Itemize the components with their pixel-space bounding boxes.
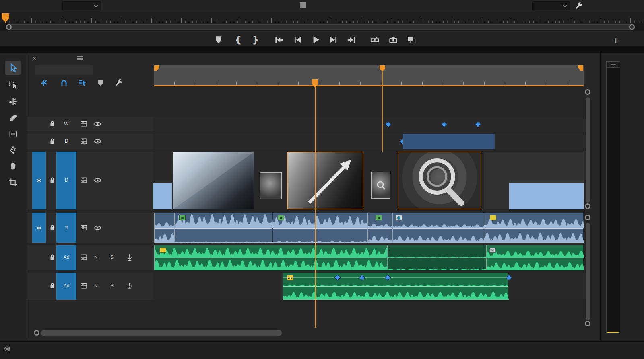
ruler-tick xyxy=(436,21,436,23)
ruler-tick xyxy=(619,21,620,23)
sync-status-icon[interactable] xyxy=(3,345,11,353)
ruler-tick xyxy=(211,18,212,23)
ruler-tick xyxy=(114,21,114,23)
ruler-tick xyxy=(234,21,234,23)
ruler-tick xyxy=(578,21,578,23)
ruler-tick xyxy=(31,18,32,23)
step-back-button[interactable] xyxy=(291,34,305,46)
ruler-tick xyxy=(185,21,186,23)
ruler-tick xyxy=(320,21,320,23)
mark-in-button[interactable]: { xyxy=(231,34,245,46)
ruler-tick xyxy=(541,18,541,23)
ruler-tick xyxy=(458,21,459,23)
ruler-tick xyxy=(488,21,489,23)
step-forward-button[interactable] xyxy=(326,34,340,46)
ruler-tick xyxy=(597,21,597,23)
ruler-tick xyxy=(174,21,174,23)
audio-meter-panel xyxy=(600,53,644,340)
ruler-tick xyxy=(309,21,309,23)
transport-controls: {} xyxy=(0,34,644,46)
timeline-tracks-area xyxy=(26,53,599,340)
ruler-tick xyxy=(522,21,522,23)
ruler-tick xyxy=(630,18,631,23)
ruler-tick xyxy=(380,21,380,23)
ruler-tick xyxy=(208,21,208,23)
ruler-tick xyxy=(279,21,279,23)
monitor-zoom-scrollbar[interactable] xyxy=(6,24,635,30)
ruler-tick xyxy=(410,21,410,23)
monitor-settings-wrench-icon[interactable] xyxy=(574,2,583,10)
ruler-tick xyxy=(376,21,376,23)
ruler-tick xyxy=(462,21,462,23)
monitor-playhead[interactable] xyxy=(2,13,10,23)
ruler-tick xyxy=(567,21,567,23)
ruler-tick xyxy=(324,21,324,23)
ruler-tick xyxy=(35,21,36,23)
hand-tool[interactable] xyxy=(5,159,21,173)
mark-out-glyph: } xyxy=(252,35,259,45)
ruler-tick xyxy=(473,21,474,23)
monitor-time-ruler[interactable] xyxy=(0,12,644,23)
ruler-tick xyxy=(223,21,223,23)
ruler-tick xyxy=(196,21,197,23)
ruler-tick xyxy=(545,21,545,23)
ruler-tick xyxy=(552,21,552,23)
ruler-tick xyxy=(361,18,361,23)
ruler-tick xyxy=(189,21,189,23)
export-frame-button[interactable] xyxy=(386,34,400,46)
ruler-tick xyxy=(95,21,96,23)
lift-button[interactable] xyxy=(368,34,382,46)
zoom-scrollbar-left-handle[interactable] xyxy=(6,24,12,30)
ruler-tick xyxy=(21,21,21,23)
ruler-tick xyxy=(133,21,133,23)
ruler-tick xyxy=(178,21,178,23)
selection-tool[interactable] xyxy=(5,61,21,75)
play-button[interactable] xyxy=(309,34,322,46)
ruler-tick xyxy=(215,21,215,23)
slip-tool[interactable] xyxy=(5,127,21,141)
ruler-tick xyxy=(440,21,440,23)
zoom-scrollbar-right-handle[interactable] xyxy=(629,24,635,30)
pen-tool[interactable] xyxy=(5,143,21,157)
track-select-tool[interactable] xyxy=(5,78,21,92)
ruler-tick xyxy=(533,21,534,23)
ruler-tick xyxy=(103,21,103,23)
ripple-edit-tool[interactable] xyxy=(5,94,21,109)
audio-level-meter[interactable] xyxy=(606,67,620,333)
ruler-tick xyxy=(163,21,163,23)
ruler-tick xyxy=(623,21,623,23)
button-editor-plus[interactable]: + xyxy=(609,35,623,47)
ruler-tick xyxy=(350,21,350,23)
ruler-tick xyxy=(151,18,152,23)
ruler-tick xyxy=(249,21,249,23)
ruler-tick xyxy=(110,21,111,23)
playback-resolution-dropdown[interactable] xyxy=(532,1,570,10)
ruler-tick xyxy=(256,21,256,23)
ruler-tick xyxy=(417,21,417,23)
ruler-tick xyxy=(477,21,477,23)
ruler-tick xyxy=(28,21,28,23)
ruler-tick xyxy=(563,21,564,23)
add-marker-button[interactable] xyxy=(212,34,225,46)
go-to-in-button[interactable] xyxy=(272,34,286,46)
type-tool[interactable] xyxy=(5,175,21,189)
ruler-tick xyxy=(537,21,537,23)
ruler-tick xyxy=(395,21,395,23)
ruler-tick xyxy=(54,21,54,23)
panel-resize-handle[interactable] xyxy=(300,2,306,8)
comparison-view-button[interactable] xyxy=(405,34,418,46)
application-window: {} + × WDDfi▦▦▦AdNSYAdNS2-6 xyxy=(0,0,644,359)
mark-out-button[interactable]: } xyxy=(249,34,262,46)
ruler-tick xyxy=(312,21,313,23)
ruler-tick xyxy=(346,21,347,23)
ruler-tick xyxy=(219,21,219,23)
ruler-tick xyxy=(593,21,593,23)
ruler-tick xyxy=(627,21,627,23)
ruler-tick xyxy=(638,21,638,23)
ruler-tick xyxy=(402,21,402,23)
go-to-out-button[interactable] xyxy=(345,34,358,46)
ruler-tick xyxy=(514,21,515,23)
zoom-level-dropdown[interactable] xyxy=(62,1,101,10)
razor-tool[interactable] xyxy=(5,111,21,125)
ruler-tick xyxy=(122,18,122,23)
